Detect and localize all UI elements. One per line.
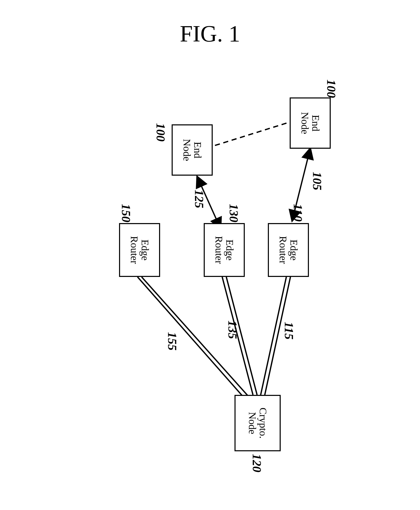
edge-router-3: Edge Router [119, 223, 160, 277]
figure-title: FIG. 1 [180, 21, 240, 47]
end-node-1-line2: Node [299, 112, 310, 134]
edge-router-1-ref: 110 [291, 204, 305, 222]
edge-router-3-ref: 150 [119, 204, 133, 222]
crypto-node-line2: Node [247, 412, 258, 434]
end-node-1: End Node [290, 97, 331, 149]
edge-router-3-line1: Edge [140, 239, 150, 261]
link-115-label: 115 [282, 322, 296, 339]
link-125-label: 125 [192, 190, 206, 208]
crypto-node: Crypto. Node [235, 395, 281, 451]
edge-router-1-line1: Edge [288, 239, 299, 261]
edge-router-2-line1: Edge [224, 239, 235, 261]
edge-router-3-line2: Router [129, 236, 140, 264]
diagram-container: End Node 100 End Node 100 Edge Router 11… [56, 64, 364, 500]
crypto-node-ref: 120 [250, 454, 264, 472]
end-node-relocation-line [213, 121, 295, 146]
end-node-2-line1: End [192, 142, 203, 158]
link-135-label: 135 [226, 321, 240, 339]
end-node-2: End Node [172, 124, 213, 176]
edge-router-1: Edge Router [268, 223, 309, 277]
end-node-2-line2: Node [181, 139, 192, 161]
crypto-node-line1: Crypto. [258, 407, 268, 438]
edge-router-2-line2: Router [213, 236, 224, 264]
edge-router-2: Edge Router [204, 223, 245, 277]
end-node-2-ref: 100 [154, 123, 168, 142]
edge-router-2-ref: 130 [227, 204, 241, 222]
end-node-1-line1: End [310, 115, 321, 131]
edge-router-1-line2: Router [278, 236, 288, 264]
link-105-label: 105 [310, 172, 324, 190]
link-155-label: 155 [165, 332, 179, 351]
end-node-1-ref: 100 [324, 79, 338, 98]
